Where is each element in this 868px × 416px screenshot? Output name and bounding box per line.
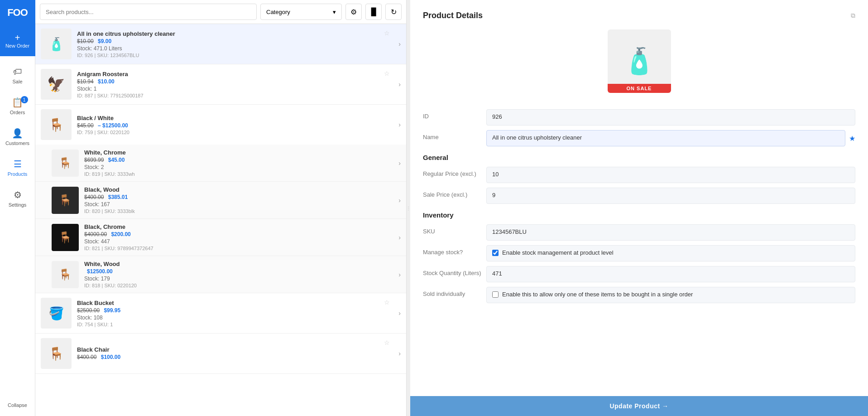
sidebar-item-products-label: Products <box>8 171 27 177</box>
product-row[interactable]: 🪑 Black Chair $400.00 $100.00 ☆ › <box>35 334 406 374</box>
product-meta: ID: 821 | SKU: 9789947372647 <box>84 246 401 251</box>
old-price: $400.00 <box>77 354 96 360</box>
product-thumbnail: 🧴 <box>41 29 72 59</box>
product-image-large: 🧴 ON SALE <box>608 29 671 93</box>
old-price: $45.00 <box>77 122 94 129</box>
sidebar-item-products[interactable]: ☰ Products <box>0 152 35 183</box>
product-info: Black / White $45.00 – $12500.00 ID: 759… <box>77 115 401 135</box>
chevron-right-icon: › <box>398 310 401 317</box>
product-row[interactable]: 🦅 Anigram Roostera $10.94 $10.00 Stock: … <box>35 64 406 105</box>
product-name: White, Wood <box>84 261 401 267</box>
sold-individually-checkbox-container[interactable]: Enable this to allow only one of these i… <box>492 291 849 298</box>
sidebar-nav: 🏷 Sale 📋 1 Orders 👤 Customers ☰ Products… <box>0 56 35 394</box>
favorite-icon[interactable]: ☆ <box>384 299 390 306</box>
manage-stock-checkbox-label: Enable stock management at product level <box>502 249 614 256</box>
detail-row-sku: SKU 1234567BLU <box>423 224 855 241</box>
product-name: Black, Chrome <box>84 223 401 230</box>
sidebar-item-settings[interactable]: ⚙ Settings <box>0 183 35 214</box>
sold-individually-checkbox-label: Enable this to allow only one of these i… <box>502 291 693 298</box>
variant-row[interactable]: 🪑 White, Wood $12500.00 Stock: 179 ID: 8… <box>35 256 406 293</box>
panel-resizer[interactable]: ⋮ <box>407 0 410 416</box>
refresh-button[interactable]: ↻ <box>385 4 402 20</box>
product-price: $699.99 $45.00 <box>84 157 401 163</box>
customers-icon: 👤 <box>12 128 23 139</box>
manage-stock-checkbox[interactable] <box>492 250 499 256</box>
sidebar-item-customers-label: Customers <box>5 140 29 146</box>
chevron-right-icon: › <box>398 197 401 204</box>
detail-row-name: Name All in one citrus upholstery cleane… <box>423 130 855 146</box>
detail-row-stock-qty: Stock Quantity (Liters) 471 <box>423 266 855 282</box>
sidebar-item-customers[interactable]: 👤 Customers <box>0 121 35 152</box>
variant-row[interactable]: 🪑 Black, Wood $400.00 $385.01 Stock: 167… <box>35 182 406 219</box>
update-product-button[interactable]: Update Product → <box>410 396 868 416</box>
plus-icon: + <box>15 33 20 42</box>
sale-price-value[interactable]: 9 <box>486 188 855 204</box>
sku-label: SKU <box>423 224 486 235</box>
sidebar-collapse-button[interactable]: Collapse <box>0 394 35 416</box>
sale-price: $99.95 <box>104 307 120 314</box>
chevron-right-icon: › <box>398 121 401 128</box>
product-price: $4000.00 $200.00 <box>84 231 401 237</box>
sale-price: $9.00 <box>98 38 111 44</box>
product-list-panel: Category ▾ ⚙ ▐▌ ↻ 🧴 All in one citrus up… <box>35 0 407 416</box>
product-meta: ID: 754 | SKU: 1 <box>77 322 401 327</box>
sold-individually-checkbox[interactable] <box>492 291 499 298</box>
search-input[interactable] <box>40 4 257 20</box>
product-name: White, Chrome <box>84 149 401 156</box>
sidebar-item-orders[interactable]: 📋 1 Orders <box>0 91 35 121</box>
panel-header: Product Details ⧉ <box>423 11 855 20</box>
id-label: ID <box>423 109 486 120</box>
variant-row[interactable]: 🪑 White, Chrome $699.99 $45.00 Stock: 2 … <box>35 145 406 182</box>
product-info: White, Chrome $699.99 $45.00 Stock: 2 ID… <box>84 149 401 177</box>
sale-price-label: Sale Price (excl.) <box>423 188 486 198</box>
product-price: $2500.00 $99.95 <box>77 307 401 314</box>
product-meta: ID: 820 | SKU: 3333blk <box>84 208 401 214</box>
name-value[interactable]: All in one citrus upholstery cleaner <box>486 130 845 146</box>
old-price: $10.94 <box>77 78 94 85</box>
sale-icon: 🏷 <box>13 67 22 77</box>
regular-price-value[interactable]: 10 <box>486 167 855 183</box>
sku-value[interactable]: 1234567BLU <box>486 224 855 241</box>
old-price: $699.99 <box>84 157 104 163</box>
product-thumbnail: 🪣 <box>41 298 72 329</box>
product-stock: Stock: 471.0 Liters <box>77 45 401 52</box>
product-name: Black, Wood <box>84 186 401 193</box>
inventory-section-title: Inventory <box>423 211 855 219</box>
product-name: Black / White <box>77 115 401 121</box>
chevron-right-icon: › <box>398 271 401 278</box>
manage-stock-checkbox-container[interactable]: Enable stock management at product level <box>492 249 849 256</box>
product-name: Anigram Roostera <box>77 71 401 77</box>
product-row[interactable]: 🪣 Black Bucket $2500.00 $99.95 Stock: 10… <box>35 293 406 334</box>
settings-icon: ⚙ <box>14 189 22 200</box>
external-link-icon[interactable]: ⧉ <box>851 12 855 19</box>
filter-button[interactable]: ⚙ <box>345 4 362 20</box>
stock-qty-value[interactable]: 471 <box>486 266 855 282</box>
barcode-icon: ▐▌ <box>369 8 379 16</box>
chevron-right-icon: › <box>398 81 401 88</box>
variant-row[interactable]: 🪑 Black, Chrome $4000.00 $200.00 Stock: … <box>35 219 406 256</box>
refresh-icon: ↻ <box>391 8 397 16</box>
product-stock: Stock: 108 <box>77 314 401 321</box>
general-section-title: General <box>423 154 855 161</box>
favorite-icon[interactable]: ☆ <box>384 70 390 77</box>
new-order-button[interactable]: + New Order <box>0 25 35 56</box>
product-row[interactable]: 🪑 Black / White $45.00 – $12500.00 ID: 7… <box>35 105 406 145</box>
favorite-icon[interactable]: ☆ <box>384 339 390 346</box>
category-dropdown[interactable]: Category ▾ <box>260 4 342 20</box>
product-info: White, Wood $12500.00 Stock: 179 ID: 818… <box>84 261 401 288</box>
sidebar-item-sale[interactable]: 🏷 Sale <box>0 60 35 91</box>
product-meta: ID: 926 | SKU: 1234567BLU <box>77 53 401 58</box>
main-content: Category ▾ ⚙ ▐▌ ↻ 🧴 All in one citrus up… <box>35 0 868 416</box>
product-stock: Stock: 1 <box>77 86 401 92</box>
sale-price: $10.00 <box>98 78 115 85</box>
variant-thumbnail: 🪑 <box>52 187 79 214</box>
favorite-icon[interactable]: ☆ <box>384 29 390 37</box>
product-info: Black Bucket $2500.00 $99.95 Stock: 108 … <box>77 300 401 327</box>
product-info: Black, Chrome $4000.00 $200.00 Stock: 44… <box>84 223 401 251</box>
name-value-container: All in one citrus upholstery cleaner ★ <box>486 130 855 146</box>
manage-stock-value: Enable stock management at product level <box>486 245 855 261</box>
sale-price: $45.00 <box>108 157 125 163</box>
product-row[interactable]: 🧴 All in one citrus upholstery cleaner $… <box>35 24 406 64</box>
product-info: Black Chair $400.00 $100.00 <box>77 346 401 361</box>
barcode-button[interactable]: ▐▌ <box>365 4 382 20</box>
